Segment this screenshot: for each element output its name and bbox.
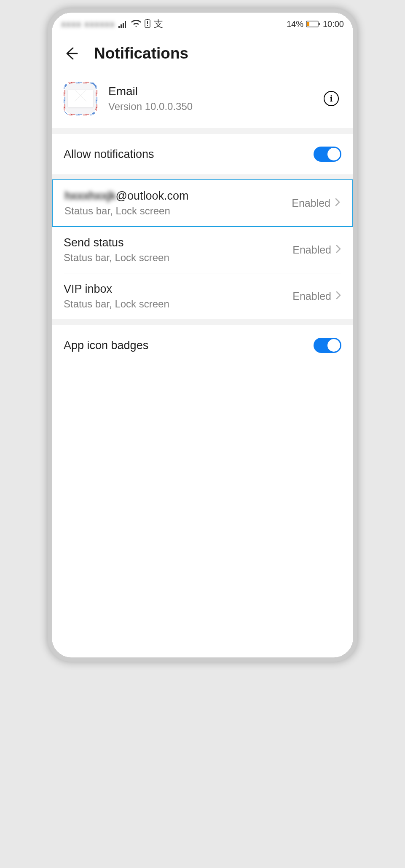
- page-title: Notifications: [94, 45, 188, 62]
- channel-subtitle: Status bar, Lock screen: [64, 252, 292, 264]
- channel-row-send-status[interactable]: Send status Status bar, Lock screen Enab…: [52, 227, 353, 273]
- channel-title: Send status: [64, 236, 292, 249]
- header: Notifications: [52, 34, 353, 77]
- svg-rect-3: [125, 21, 126, 28]
- app-version: Version 10.0.0.350: [108, 101, 313, 112]
- svg-rect-1: [121, 24, 122, 28]
- app-icon-badges-toggle[interactable]: [314, 338, 341, 353]
- battery-alert-icon: [145, 19, 150, 30]
- svg-rect-6: [147, 21, 148, 24]
- signal-icon: [118, 20, 128, 28]
- envelope-icon: [68, 90, 93, 107]
- status-bar-right: 14% 10:00: [287, 19, 344, 29]
- info-button[interactable]: i: [324, 91, 339, 106]
- allow-notifications-toggle[interactable]: [314, 147, 341, 162]
- wifi-icon: [131, 20, 141, 28]
- allow-notifications-label: Allow notifications: [64, 148, 154, 161]
- channel-row-vip-inbox[interactable]: VIP inbox Status bar, Lock screen Enable…: [52, 273, 353, 319]
- app-info-row: Email Version 10.0.0.350 i: [52, 77, 353, 128]
- channel-status: Enabled: [292, 244, 331, 256]
- allow-notifications-row[interactable]: Allow notifications: [52, 134, 353, 174]
- app-icon: [64, 82, 97, 115]
- status-bar: xxxx xxxxxx 支 14% 10:00: [52, 13, 353, 34]
- app-icon-badges-row[interactable]: App icon badges: [52, 325, 353, 366]
- battery-icon: [306, 20, 320, 28]
- chevron-right-icon: [335, 243, 341, 256]
- svg-rect-0: [118, 26, 120, 28]
- channel-row-email-account[interactable]: hxxxhxxjk@outlook.com Status bar, Lock s…: [52, 179, 353, 227]
- device-frame: xxxx xxxxxx 支 14% 10:00: [48, 8, 357, 662]
- section-divider: [52, 128, 353, 134]
- channel-status: Enabled: [292, 197, 330, 209]
- pay-icon: 支: [154, 18, 163, 30]
- channel-subtitle: Status bar, Lock screen: [64, 298, 292, 310]
- channel-subtitle: Status bar, Lock screen: [64, 205, 292, 217]
- channel-title: VIP inbox: [64, 283, 292, 296]
- status-bar-left: xxxx xxxxxx 支: [61, 18, 163, 30]
- app-name: Email: [108, 85, 313, 98]
- battery-percentage: 14%: [287, 19, 303, 29]
- carrier-label: xxxx xxxxxx: [61, 19, 115, 29]
- back-button[interactable]: [62, 45, 80, 62]
- screen: xxxx xxxxxx 支 14% 10:00: [52, 13, 353, 657]
- svg-rect-7: [147, 25, 148, 26]
- section-divider: [52, 319, 353, 325]
- app-details: Email Version 10.0.0.350: [108, 85, 313, 112]
- svg-rect-2: [123, 23, 124, 28]
- channel-status: Enabled: [292, 290, 331, 302]
- chevron-right-icon: [335, 197, 341, 210]
- svg-rect-10: [319, 23, 320, 25]
- clock: 10:00: [323, 19, 344, 29]
- svg-rect-9: [307, 22, 309, 26]
- svg-rect-5: [147, 19, 148, 20]
- app-icon-badges-label: App icon badges: [64, 339, 148, 352]
- channel-title: hxxxhxxjk@outlook.com: [64, 190, 292, 203]
- chevron-right-icon: [335, 290, 341, 303]
